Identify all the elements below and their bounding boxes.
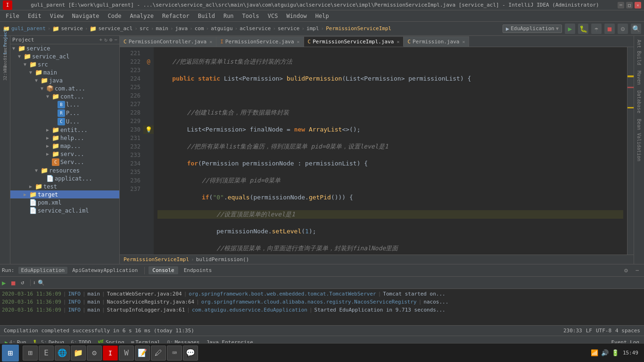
crumb-service[interactable]: service <box>61 25 83 32</box>
taskbar-icon-1[interactable]: ⊞ <box>23 346 38 361</box>
tab-permission-service-impl[interactable]: C PermissionServiceImpl.java ✕ <box>304 36 404 47</box>
side-web-label[interactable]: 3: Web <box>1 69 9 77</box>
taskbar-intellij-icon[interactable]: I <box>103 346 118 361</box>
close-button[interactable]: ✕ <box>635 2 641 8</box>
menu-build[interactable]: Build <box>194 12 219 20</box>
edu-app-tab[interactable]: EduApplication <box>18 267 68 274</box>
menu-vcs[interactable]: VCS <box>264 12 282 20</box>
search-nav-button[interactable]: 🔍 <box>631 24 641 34</box>
console-collapse-icon[interactable]: − <box>633 266 642 275</box>
taskbar-icon-5[interactable]: ⚙ <box>87 346 102 361</box>
taskbar-icon-11[interactable]: 💬 <box>183 346 198 361</box>
taskbar-icon-7[interactable]: W <box>119 346 134 361</box>
database-label[interactable]: Database <box>636 89 642 115</box>
tree-item-entit[interactable]: ▶ 📁 entit... <box>10 126 119 134</box>
tab-close-icon[interactable]: ✕ <box>462 39 465 44</box>
endpoints-tab[interactable]: Endpoints <box>180 266 216 274</box>
tab-permission[interactable]: C Permission.java ✕ <box>404 36 469 47</box>
crumb-impl[interactable]: impl <box>306 25 319 32</box>
tree-item-b[interactable]: B l... <box>10 100 119 109</box>
system-clock[interactable]: 15:49 <box>623 350 638 356</box>
taskbar-icon-9[interactable]: 🖊 <box>151 346 166 361</box>
run-button[interactable]: ▶ <box>565 24 575 34</box>
tree-item-src[interactable]: ▼ 📁 src <box>10 60 119 68</box>
tree-item-target[interactable]: ▶ 📁 target <box>10 190 119 198</box>
taskbar-icon-10[interactable]: ⌨ <box>167 346 182 361</box>
tree-item-test[interactable]: ▶ 📁 test <box>10 182 119 190</box>
tab-close-icon[interactable]: ✕ <box>396 39 399 44</box>
sidebar-add-icon[interactable]: + <box>99 37 103 43</box>
bean-validation-label[interactable]: Bean Validation <box>636 117 642 163</box>
sidebar-close-icon[interactable]: − <box>114 37 117 43</box>
run-config-dropdown-icon[interactable]: ▼ <box>556 26 559 31</box>
tree-item-com-at[interactable]: ▼ 📦 com.at... <box>10 84 119 92</box>
taskbar-icon-2[interactable]: E <box>39 346 54 361</box>
crumb-service2[interactable]: service <box>278 25 299 32</box>
tree-item-iml[interactable]: 📄 service_acl.iml <box>10 206 119 214</box>
tree-item-map[interactable]: ▶ 📁 map... <box>10 142 119 150</box>
menu-window[interactable]: Window <box>282 12 310 20</box>
start-button[interactable]: ⊞ <box>2 345 19 362</box>
tree-item-serv[interactable]: ▶ 📁 serv... <box>10 150 119 158</box>
code-area[interactable]: 221 222 223 224 225 226 227 228 229 230 … <box>120 47 634 255</box>
sidebar-settings-icon[interactable]: ⚙ <box>109 37 113 43</box>
menu-analyze[interactable]: Analyze <box>126 12 157 20</box>
restore-button[interactable]: □ <box>626 2 633 8</box>
menu-tools[interactable]: Tools <box>239 12 263 20</box>
taskbar-icon-8[interactable]: 📝 <box>135 346 150 361</box>
menu-navigate[interactable]: Navigate <box>68 12 103 20</box>
tree-item-cont[interactable]: ▼ 📁 cont... <box>10 92 119 100</box>
tree-item-resources[interactable]: ▼ 📁 resources <box>10 166 119 174</box>
sidebar-sync-icon[interactable]: ↻ <box>104 37 107 43</box>
debug-button[interactable]: 🐛 <box>578 24 588 34</box>
ant-build-label[interactable]: Ant Build <box>636 38 642 67</box>
crumb-main[interactable]: main <box>156 25 168 32</box>
console-stop-btn[interactable]: ■ <box>11 279 19 287</box>
tree-item-r[interactable]: R P... <box>10 109 119 117</box>
tree-item-service[interactable]: ▼ 📁 service <box>10 44 119 52</box>
tree-item-java[interactable]: ▼ 📁 java <box>10 76 119 84</box>
tab-close-icon[interactable]: ✕ <box>297 39 300 44</box>
file-breadcrumb-method[interactable]: bulidPermission() <box>196 256 249 263</box>
menu-code[interactable]: Code <box>104 12 125 20</box>
menu-view[interactable]: View <box>46 12 67 20</box>
crumb-aclservice[interactable]: aclservice <box>239 25 271 32</box>
maven-label[interactable]: Maven <box>636 69 642 87</box>
console-filter-btn[interactable]: 🔍 <box>38 280 45 286</box>
code-scrollbar[interactable] <box>627 47 634 255</box>
tab-permission-service[interactable]: I PermissionService.java ✕ <box>216 36 304 47</box>
tree-item-service-acl[interactable]: ▼ 📁 service_acl <box>10 52 119 60</box>
file-breadcrumb-class[interactable]: PermissionServiceImpl <box>124 256 189 263</box>
console-settings-icon[interactable]: ⚙ <box>621 266 631 275</box>
crumb-project[interactable]: guli_parent <box>11 25 46 32</box>
taskbar-icon-4[interactable]: 📁 <box>71 346 86 361</box>
console-restart-btn[interactable]: ↺ <box>21 279 28 287</box>
menu-edit[interactable]: Edit <box>24 12 45 20</box>
code-editor[interactable]: //把返回所有菜单list集合进行封装的方法 public static Lis… <box>154 47 627 255</box>
crumb-src[interactable]: src <box>140 25 149 32</box>
coverage-button[interactable]: ☂ <box>591 24 602 34</box>
tree-item-serv-class[interactable]: C Serv... <box>10 158 119 166</box>
tab-permission-controller[interactable]: C PermissionController.java ✕ <box>120 36 216 47</box>
run-config-label[interactable]: EduApplication <box>511 25 554 32</box>
console-tab[interactable]: Console <box>149 266 178 274</box>
menu-help[interactable]: Help <box>312 12 333 20</box>
minimize-button[interactable]: ─ <box>618 2 624 8</box>
tree-item-pom[interactable]: 📄 pom.xml <box>10 198 119 206</box>
console-run-btn[interactable]: ▶ <box>2 279 9 287</box>
tree-item-help[interactable]: ▶ 📁 help... <box>10 134 119 142</box>
menu-refactor[interactable]: Refactor <box>158 12 193 20</box>
crumb-service-acl[interactable]: service_acl <box>98 25 132 32</box>
tree-item-applicat[interactable]: 📄 applicat... <box>10 174 119 182</box>
tree-item-c[interactable]: C U... <box>10 117 119 126</box>
crumb-com[interactable]: com <box>195 25 204 32</box>
gateway-app-tab[interactable]: ApiGatewayApplication <box>69 267 140 274</box>
menu-run[interactable]: Run <box>220 12 238 20</box>
settings-nav-button[interactable]: ⚙ <box>618 24 628 34</box>
crumb-java[interactable]: java <box>175 25 188 32</box>
tab-close-icon[interactable]: ✕ <box>209 39 212 44</box>
crumb-atguigu[interactable]: atguigu <box>211 25 232 32</box>
lightbulb-icon[interactable]: 💡 <box>145 126 152 133</box>
taskbar-icon-3[interactable]: 🌐 <box>55 346 70 361</box>
menu-file[interactable]: File <box>2 12 23 20</box>
